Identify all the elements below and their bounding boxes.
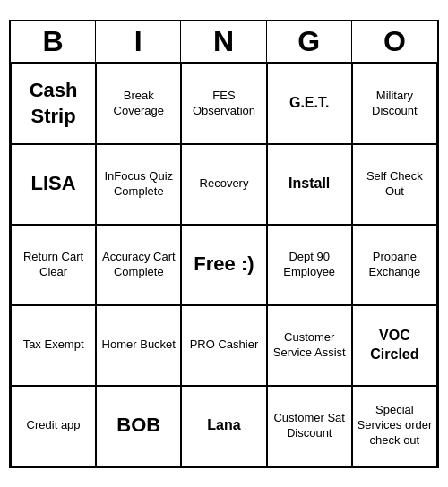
bingo-cell-18: Customer Service Assist <box>267 305 352 386</box>
bingo-cell-3: G.E.T. <box>267 64 352 144</box>
bingo-card: BINGO Cash StripBreak CoverageFES Observ… <box>9 20 439 468</box>
bingo-header: BINGO <box>11 21 437 64</box>
header-letter: G <box>267 21 352 62</box>
bingo-cell-12: Free :) <box>181 225 266 305</box>
header-letter: I <box>96 21 181 62</box>
bingo-cell-23: Customer Sat Discount <box>267 386 352 466</box>
bingo-cell-19: VOC Circled <box>352 305 437 386</box>
bingo-cell-15: Tax Exempt <box>11 305 96 386</box>
bingo-cell-11: Accuracy Cart Complete <box>96 225 181 305</box>
bingo-cell-9: Self Check Out <box>352 144 437 225</box>
header-letter: O <box>352 21 437 62</box>
bingo-cell-5: LISA <box>11 144 96 225</box>
bingo-cell-22: Lana <box>181 386 266 466</box>
bingo-cell-7: Recovery <box>181 144 266 225</box>
bingo-cell-6: InFocus Quiz Complete <box>96 144 181 225</box>
bingo-cell-4: Military Discount <box>352 64 437 144</box>
header-letter: B <box>11 21 96 62</box>
bingo-cell-8: Install <box>267 144 352 225</box>
bingo-cell-24: Special Services order check out <box>352 386 437 466</box>
bingo-cell-17: PRO Cashier <box>181 305 266 386</box>
bingo-cell-20: Credit app <box>11 386 96 466</box>
bingo-cell-0: Cash Strip <box>11 64 96 144</box>
bingo-cell-21: BOB <box>96 386 181 466</box>
bingo-cell-13: Dept 90 Employee <box>267 225 352 305</box>
bingo-cell-1: Break Coverage <box>96 64 181 144</box>
bingo-cell-16: Homer Bucket <box>96 305 181 386</box>
bingo-grid: Cash StripBreak CoverageFES ObservationG… <box>11 64 437 466</box>
bingo-cell-2: FES Observation <box>181 64 266 144</box>
header-letter: N <box>181 21 266 62</box>
bingo-cell-14: Propane Exchange <box>352 225 437 305</box>
bingo-cell-10: Return Cart Clear <box>11 225 96 305</box>
